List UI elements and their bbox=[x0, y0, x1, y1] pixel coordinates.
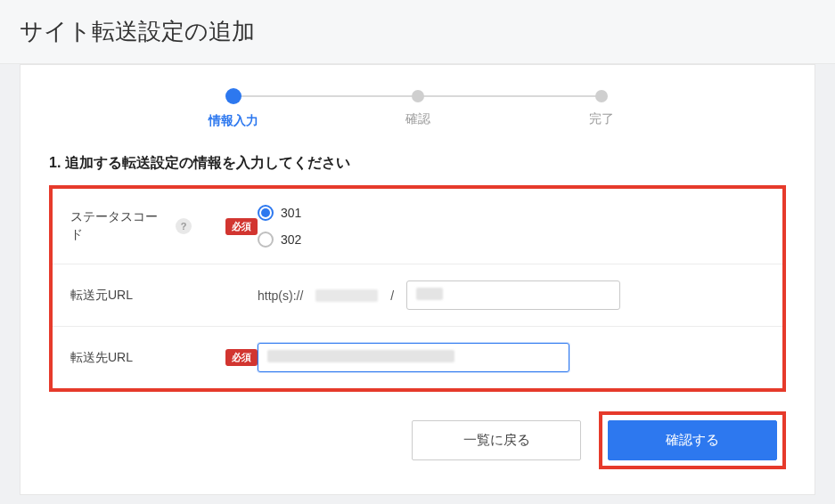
main-card: 情報入力 確認 完了 1. 追加する転送設定の情報を入力してください ステータス… bbox=[20, 64, 815, 495]
status-code-label: ステータスコード bbox=[70, 208, 168, 243]
slash-separator: / bbox=[390, 289, 394, 303]
radio-circle-icon bbox=[258, 205, 274, 221]
url-prefix: http(s):// bbox=[258, 289, 303, 303]
radio-301[interactable]: 301 bbox=[258, 205, 301, 221]
step-dot-icon bbox=[225, 88, 241, 104]
dest-url-label: 転送先URL bbox=[70, 349, 133, 367]
actions-row: 一覧に戻る 確認する bbox=[49, 411, 786, 469]
radio-circle-icon bbox=[258, 232, 274, 248]
value-obscured bbox=[267, 350, 454, 362]
radio-label: 302 bbox=[281, 232, 301, 247]
help-icon[interactable]: ? bbox=[176, 218, 192, 234]
field-col bbox=[258, 343, 765, 372]
page-title: サイト転送設定の追加 bbox=[20, 16, 815, 47]
required-badge: 必須 bbox=[225, 218, 258, 235]
label-col: 転送元URL bbox=[70, 287, 258, 305]
primary-highlight-box: 確認する bbox=[599, 411, 786, 469]
confirm-button[interactable]: 確認する bbox=[608, 420, 777, 460]
dest-url-input[interactable] bbox=[258, 343, 569, 372]
stepper: 情報入力 確認 完了 bbox=[142, 90, 694, 129]
radio-set-status-code: 301 302 bbox=[258, 205, 301, 248]
form-box: ステータスコード ? 必須 301 302 転送元 bbox=[49, 185, 786, 392]
value-obscured bbox=[416, 288, 443, 300]
step-line bbox=[418, 95, 602, 97]
step-dot-icon bbox=[595, 90, 608, 102]
domain-obscured bbox=[315, 289, 378, 302]
field-col: http(s):// / bbox=[258, 280, 765, 310]
field-col: 301 302 bbox=[258, 205, 765, 248]
step-label: 完了 bbox=[510, 111, 694, 127]
row-status-code: ステータスコード ? 必須 301 302 bbox=[53, 189, 782, 264]
radio-302[interactable]: 302 bbox=[258, 232, 301, 248]
section-title: 1. 追加する転送設定の情報を入力してください bbox=[49, 154, 786, 173]
label-col: ステータスコード ? 必須 bbox=[70, 208, 258, 243]
step-label: 確認 bbox=[325, 111, 510, 127]
row-source-url: 転送元URL http(s):// / bbox=[53, 264, 782, 327]
step-dot-icon bbox=[412, 90, 424, 102]
back-button[interactable]: 一覧に戻る bbox=[412, 420, 581, 460]
step-label: 情報入力 bbox=[142, 113, 326, 129]
source-url-label: 転送元URL bbox=[70, 287, 133, 305]
step-info-input: 情報入力 bbox=[142, 90, 326, 129]
page-header: サイト転送設定の追加 bbox=[0, 0, 835, 64]
step-line bbox=[233, 95, 418, 97]
label-col: 転送先URL 必須 bbox=[70, 349, 258, 367]
row-dest-url: 転送先URL 必須 bbox=[53, 327, 782, 388]
source-path-input[interactable] bbox=[406, 280, 620, 310]
required-badge: 必須 bbox=[225, 349, 258, 366]
radio-label: 301 bbox=[281, 206, 301, 220]
